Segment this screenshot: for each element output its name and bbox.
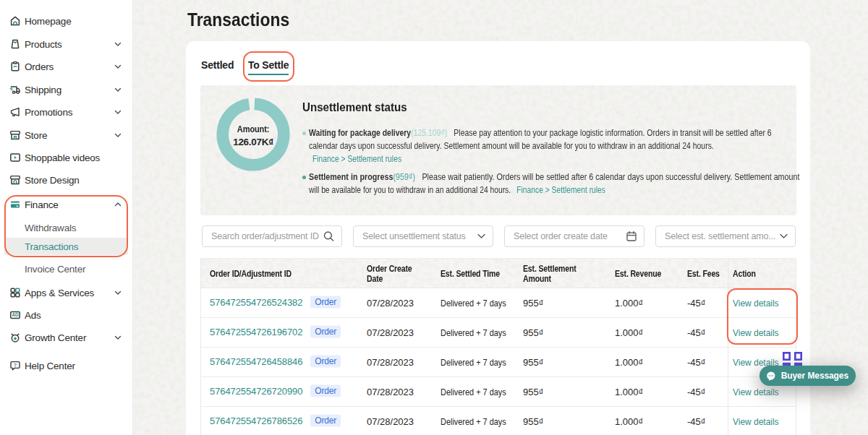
svg-text:AD: AD bbox=[12, 312, 19, 317]
svg-text:?: ? bbox=[14, 363, 17, 368]
